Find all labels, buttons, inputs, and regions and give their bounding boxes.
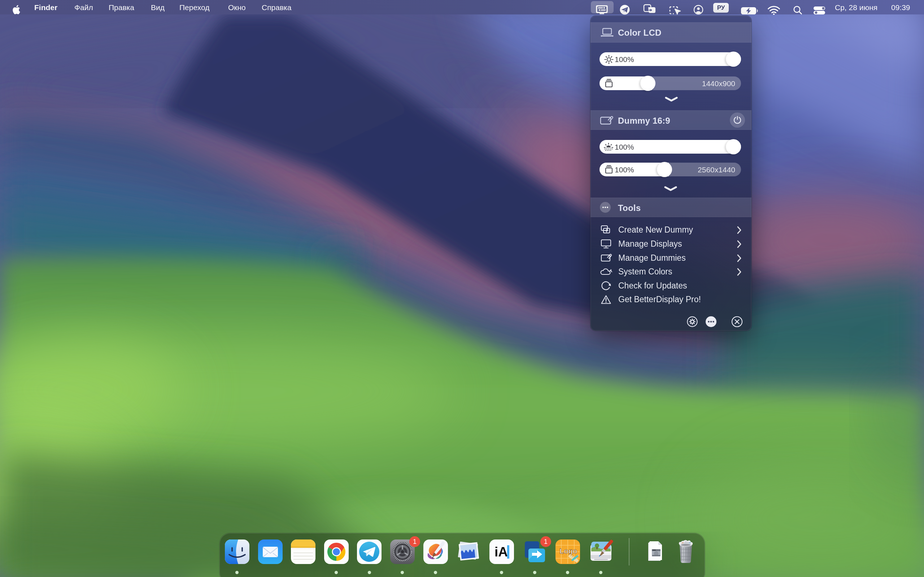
svg-text:Logo: Logo	[559, 547, 577, 555]
svg-text:iA: iA	[494, 545, 508, 559]
